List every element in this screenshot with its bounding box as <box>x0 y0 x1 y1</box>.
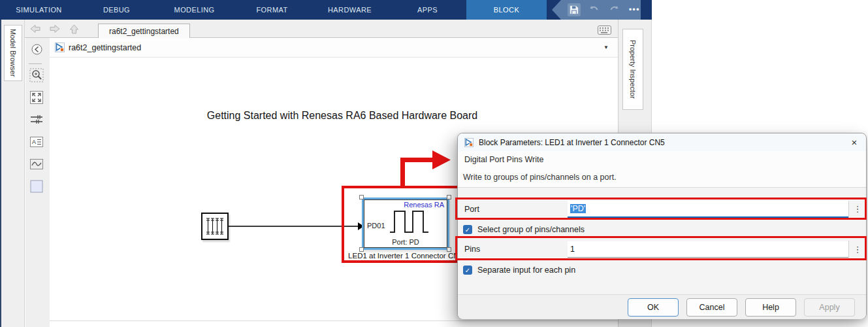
dialog-title: Block Parameters: LED1 at Inverter 1 Con… <box>479 138 665 147</box>
tab-simulation[interactable]: SIMULATION <box>0 0 78 20</box>
annotation-icon[interactable]: A <box>29 134 44 150</box>
pins-options-icon[interactable]: ⋮ <box>848 241 866 258</box>
keyboard-shortcuts-icon[interactable] <box>598 26 611 37</box>
checkmark-icon: ✓ <box>465 267 470 274</box>
fit-to-view-icon[interactable] <box>29 90 44 105</box>
select-group-row: ✓ Select group of pins/channels <box>458 223 866 236</box>
breadcrumb[interactable]: ra6t2_gettingstarted ▼ <box>50 38 618 58</box>
tab-block[interactable]: BLOCK <box>466 0 547 20</box>
canvas-bottom-edge <box>50 320 618 321</box>
apply-button[interactable]: Apply <box>804 298 855 317</box>
separate-input-checkbox[interactable]: ✓ <box>463 266 472 275</box>
document-tab[interactable]: ra6t2_gettingstarted <box>98 24 190 39</box>
port-label: Port <box>464 205 568 214</box>
svg-text:A: A <box>32 139 36 145</box>
pins-parameter-row: Pins 1 ⋮ <box>458 237 866 261</box>
dialog-model-icon <box>464 138 474 147</box>
property-inspector-tab[interactable]: Property Inspector <box>622 29 643 110</box>
port-value-selected: 'PD' <box>570 204 586 213</box>
dialog-description: Write to groups of pins/channels on a po… <box>463 173 617 182</box>
pins-input[interactable]: 1 <box>568 241 848 258</box>
breadcrumb-model-name: ra6t2_gettingstarted <box>69 43 141 52</box>
model-browser-tab[interactable]: Model Browser <box>4 25 22 81</box>
pins-value: 1 <box>570 245 575 254</box>
simulink-window: SIMULATION DEBUG MODELING FORMAT HARDWAR… <box>0 0 868 327</box>
save-icon[interactable] <box>568 3 581 16</box>
pulse-source-block[interactable] <box>201 213 229 240</box>
tab-apps[interactable]: APPS <box>389 0 466 20</box>
block-parameters-dialog: Block Parameters: LED1 at Inverter 1 Con… <box>457 133 867 319</box>
port-options-icon[interactable]: ⋮ <box>848 201 866 218</box>
highlight-arrow-icon <box>392 148 457 194</box>
model-heading: Getting Started with Renesas RA6 Based H… <box>185 110 500 122</box>
cancel-button[interactable]: Cancel <box>686 298 737 317</box>
tab-hardware[interactable]: HARDWARE <box>311 0 389 20</box>
plot-area-icon[interactable] <box>29 156 44 172</box>
redo-icon[interactable] <box>608 3 621 16</box>
nav-arrows <box>30 24 79 34</box>
property-inspector-label: Property Inspector <box>629 40 637 99</box>
breadcrumb-dropdown-icon[interactable]: ▼ <box>603 44 609 50</box>
signal-lines-icon[interactable] <box>29 112 44 128</box>
select-group-label: Select group of pins/channels <box>477 225 585 234</box>
zoom-region-icon[interactable] <box>29 67 44 83</box>
dialog-button-bar: OK Cancel Help Apply <box>458 294 866 319</box>
undo-icon[interactable] <box>588 3 601 16</box>
hide-model-browser-icon[interactable] <box>29 41 44 57</box>
model-browser-label: Model Browser <box>9 29 17 77</box>
signal-wire[interactable] <box>229 226 360 227</box>
ok-button[interactable]: OK <box>628 298 679 317</box>
tab-debug[interactable]: DEBUG <box>78 0 155 20</box>
pins-label: Pins <box>464 245 568 254</box>
quick-access-toolbar: ••• <box>552 0 641 20</box>
back-icon[interactable] <box>30 24 40 33</box>
more-options-icon[interactable]: ••• <box>628 3 641 16</box>
dialog-section-title: Digital Port Pins Write <box>464 155 543 164</box>
up-to-parent-icon[interactable] <box>69 24 79 34</box>
tab-modeling[interactable]: MODELING <box>155 0 233 20</box>
dialog-titlebar[interactable]: Block Parameters: LED1 at Inverter 1 Con… <box>458 133 866 151</box>
digital-signals-icon <box>204 215 226 237</box>
palette-separator <box>29 63 42 64</box>
document-tab-label: ra6t2_gettingstarted <box>109 27 179 36</box>
model-file-icon <box>55 43 65 52</box>
tab-format[interactable]: FORMAT <box>233 0 311 20</box>
help-button[interactable]: Help <box>745 298 796 317</box>
select-group-checkbox[interactable]: ✓ <box>463 225 472 234</box>
port-parameter-row: Port 'PD' ⋮ <box>458 198 866 220</box>
toolstrip: SIMULATION DEBUG MODELING FORMAT HARDWAR… <box>0 0 652 20</box>
rectangle-area-icon[interactable] <box>29 179 44 194</box>
dialog-separator <box>458 187 866 188</box>
separate-input-label: Separate input for each pin <box>477 266 575 275</box>
forward-icon[interactable] <box>50 24 60 33</box>
separate-input-row: ✓ Separate input for each pin <box>458 264 866 277</box>
close-icon[interactable]: × <box>846 135 862 150</box>
highlight-rectangle-block <box>342 186 462 263</box>
port-input[interactable]: 'PD' <box>568 201 848 218</box>
checkmark-icon: ✓ <box>465 226 470 233</box>
